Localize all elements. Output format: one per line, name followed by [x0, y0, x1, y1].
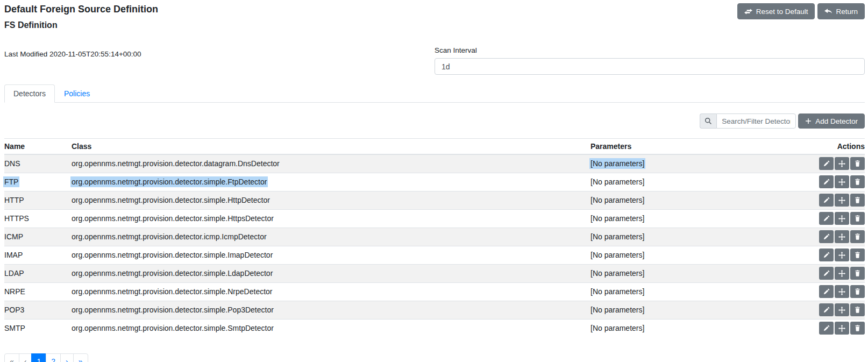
reply-arrow-icon [824, 9, 832, 15]
move-arrows-icon [838, 307, 845, 314]
edit-detector-button[interactable] [819, 212, 834, 225]
detector-class: org.opennms.netmgt.provision.detector.si… [72, 269, 273, 278]
pencil-icon [823, 179, 830, 185]
pencil-icon [823, 160, 830, 167]
move-detector-button[interactable] [835, 157, 849, 170]
move-detector-button[interactable] [835, 285, 849, 298]
table-row: SMTP org.opennms.netmgt.provision.detect… [4, 319, 865, 337]
move-arrows-icon [838, 197, 845, 204]
edit-detector-button[interactable] [819, 157, 834, 170]
page-first-button: « [4, 353, 19, 362]
move-arrows-icon [838, 233, 845, 240]
move-arrows-icon [838, 252, 845, 259]
move-detector-button[interactable] [835, 249, 849, 261]
move-detector-button[interactable] [835, 267, 849, 280]
pencil-icon [823, 270, 830, 276]
delete-detector-button[interactable] [850, 194, 865, 207]
move-arrows-icon [838, 288, 845, 295]
detector-parameters: [No parameters] [590, 232, 644, 241]
pencil-icon [823, 233, 830, 240]
move-detector-button[interactable] [835, 194, 849, 207]
trash-icon [855, 325, 860, 331]
table-row: FTP org.opennms.netmgt.provision.detecto… [4, 173, 865, 191]
detector-class: org.opennms.netmgt.provision.detector.da… [72, 159, 280, 168]
move-detector-button[interactable] [835, 303, 849, 316]
delete-detector-button[interactable] [850, 303, 865, 316]
delete-detector-button[interactable] [850, 267, 865, 280]
detector-name: HTTPS [4, 214, 29, 223]
reset-to-default-button[interactable]: Reset to Default [737, 3, 815, 19]
pencil-icon [823, 197, 830, 203]
return-button[interactable]: Return [817, 3, 865, 19]
detector-name: NRPE [4, 287, 25, 296]
page-header: Default Foreign Source Definition FS Def… [4, 0, 865, 31]
magnifier-icon [705, 117, 712, 125]
column-header-name: Name [4, 139, 72, 155]
edit-detector-button[interactable] [819, 322, 834, 335]
move-detector-button[interactable] [835, 322, 849, 335]
trash-icon [855, 270, 860, 276]
delete-detector-button[interactable] [850, 157, 865, 170]
edit-detector-button[interactable] [819, 175, 834, 188]
move-arrows-icon [838, 270, 845, 277]
add-detector-label: Add Detector [815, 117, 858, 125]
page-next-button[interactable]: › [60, 353, 74, 362]
detector-parameters: [No parameters] [590, 324, 644, 332]
detector-name: FTP [3, 176, 19, 187]
table-row: HTTP org.opennms.netmgt.provision.detect… [4, 191, 865, 209]
edit-detector-button[interactable] [819, 249, 834, 261]
tab-detectors[interactable]: Detectors [4, 84, 55, 103]
tab-policies[interactable]: Policies [55, 84, 99, 103]
detector-name: ICMP [4, 232, 23, 241]
search-addon [700, 113, 716, 129]
pencil-icon [823, 252, 830, 258]
pencil-icon [823, 307, 830, 313]
move-detector-button[interactable] [835, 175, 849, 188]
trash-icon [855, 307, 860, 313]
move-arrows-icon [838, 160, 845, 167]
last-modified-text: Last Modified 2020-11-05T20:55:14+00:00 [4, 46, 435, 75]
pagination: «‹12›» [4, 353, 88, 362]
delete-detector-button[interactable] [850, 230, 865, 243]
move-detector-button[interactable] [835, 212, 849, 225]
search-input[interactable] [716, 113, 796, 129]
page-last-button[interactable]: » [73, 353, 88, 362]
detector-class: org.opennms.netmgt.provision.detector.si… [72, 324, 274, 332]
scan-interval-input[interactable] [435, 58, 865, 75]
pencil-icon [823, 215, 830, 222]
table-row: ICMP org.opennms.netmgt.provision.detect… [4, 228, 865, 246]
page-title: Default Foreign Source Definition [4, 3, 158, 15]
edit-detector-button[interactable] [819, 285, 834, 298]
delete-detector-button[interactable] [850, 249, 865, 261]
page-prev-button: ‹ [19, 353, 32, 362]
detector-parameters: [No parameters] [590, 214, 644, 223]
page-1-button[interactable]: 1 [31, 353, 46, 362]
edit-detector-button[interactable] [819, 194, 834, 207]
trash-icon [855, 215, 860, 222]
detector-class: org.opennms.netmgt.provision.detector.si… [72, 306, 274, 314]
delete-detector-button[interactable] [850, 212, 865, 225]
edit-detector-button[interactable] [819, 230, 834, 243]
delete-detector-button[interactable] [850, 285, 865, 298]
delete-detector-button[interactable] [850, 175, 865, 188]
delete-detector-button[interactable] [850, 322, 865, 335]
move-detector-button[interactable] [835, 230, 849, 243]
move-arrows-icon [838, 325, 845, 332]
edit-detector-button[interactable] [819, 303, 834, 316]
scan-interval-label: Scan Interval [435, 46, 865, 54]
detectors-table: Name Class Parameters Actions DNS org.op… [4, 138, 865, 337]
detector-parameters: [No parameters] [590, 251, 644, 259]
page-2-button[interactable]: 2 [46, 353, 61, 362]
detector-parameters: [No parameters] [590, 306, 644, 314]
detector-name: DNS [4, 159, 20, 168]
add-detector-button[interactable]: Add Detector [798, 113, 865, 129]
detector-class: org.opennms.netmgt.provision.detector.si… [70, 176, 268, 187]
trash-icon [855, 233, 860, 240]
detector-parameters: [No parameters] [590, 287, 644, 296]
tab-bar: Detectors Policies [4, 84, 865, 103]
detector-class: org.opennms.netmgt.provision.detector.si… [72, 251, 273, 259]
page-subtitle: FS Definition [4, 20, 158, 31]
plus-icon [805, 118, 812, 124]
trash-icon [855, 197, 860, 203]
edit-detector-button[interactable] [819, 267, 834, 280]
